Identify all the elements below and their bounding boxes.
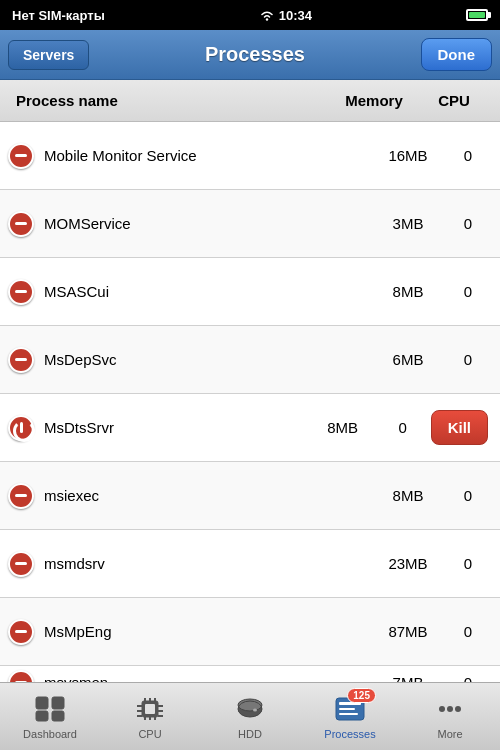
process-memory: 7MB	[368, 674, 448, 682]
battery-indicator	[466, 9, 488, 21]
process-memory: 3MB	[368, 215, 448, 232]
table-row: MsDepSvc6MB0	[0, 326, 500, 394]
tab-processes[interactable]: 125Processes	[300, 683, 400, 750]
time-label: 10:34	[279, 8, 312, 23]
svg-rect-3	[36, 711, 48, 721]
tab-label-hdd: HDD	[238, 728, 262, 740]
process-cpu: 0	[448, 283, 488, 300]
svg-point-29	[447, 706, 453, 712]
more-tab-icon	[432, 694, 468, 724]
svg-point-30	[455, 706, 461, 712]
tab-bar: Dashboard CPU HDD 125Processes More	[0, 682, 500, 750]
signal-area: 10:34	[259, 8, 312, 23]
tab-label-processes: Processes	[324, 728, 375, 740]
table-row: MsMpEng87MB0	[0, 598, 500, 666]
process-name: MSASCui	[44, 283, 368, 300]
process-name: Mobile Monitor Service	[44, 147, 368, 164]
delete-icon[interactable]	[8, 619, 34, 645]
process-cpu: 0	[448, 623, 488, 640]
process-memory: 16MB	[368, 147, 448, 164]
tab-label-cpu: CPU	[138, 728, 161, 740]
delete-icon[interactable]	[8, 143, 34, 169]
hdd-tab-icon	[232, 694, 268, 724]
process-memory: 87MB	[368, 623, 448, 640]
svg-rect-1	[36, 697, 48, 709]
delete-icon[interactable]	[8, 483, 34, 509]
process-name: MsMpEng	[44, 623, 368, 640]
table-row: msiexec8MB0	[0, 462, 500, 530]
kill-button[interactable]: Kill	[431, 410, 488, 445]
back-button[interactable]: Servers	[8, 40, 89, 70]
col-header-memory: Memory	[324, 92, 424, 109]
done-button[interactable]: Done	[421, 38, 493, 71]
table-row: MSASCui8MB0	[0, 258, 500, 326]
process-memory: 6MB	[368, 351, 448, 368]
table-header: Process name Memory CPU	[0, 80, 500, 122]
tab-dashboard[interactable]: Dashboard	[0, 683, 100, 750]
delete-icon[interactable]	[8, 551, 34, 577]
processes-tab-icon: 125	[332, 694, 368, 724]
svg-rect-27	[339, 713, 358, 715]
process-memory: 23MB	[368, 555, 448, 572]
process-memory: 8MB	[368, 487, 448, 504]
process-list: Mobile Monitor Service16MB0MOMService3MB…	[0, 122, 500, 682]
process-cpu: 0	[383, 419, 423, 436]
process-cpu: 0	[448, 351, 488, 368]
svg-rect-6	[145, 704, 155, 714]
col-header-cpu: CPU	[424, 92, 484, 109]
nav-bar: Servers Processes Done	[0, 30, 500, 80]
table-row: MOMService3MB0	[0, 190, 500, 258]
process-cpu: 0	[448, 555, 488, 572]
svg-point-0	[266, 18, 268, 20]
tab-label-more: More	[437, 728, 462, 740]
tab-label-dashboard: Dashboard	[23, 728, 77, 740]
status-bar: Нет SIM-карты 10:34	[0, 0, 500, 30]
table-row: Mobile Monitor Service16MB0	[0, 122, 500, 190]
delete-icon[interactable]	[8, 279, 34, 305]
process-name: msiexec	[44, 487, 368, 504]
dashboard-tab-icon	[32, 694, 68, 724]
table-row: msmdsrv23MB0	[0, 530, 500, 598]
process-memory: 8MB	[303, 419, 383, 436]
process-name: MsDepSvc	[44, 351, 368, 368]
table-row: MsDtsSrvr8MB0Kill	[0, 394, 500, 462]
col-header-process-name: Process name	[16, 92, 324, 109]
process-name: MOMService	[44, 215, 368, 232]
svg-point-23	[253, 708, 257, 711]
process-memory: 8MB	[368, 283, 448, 300]
delete-icon[interactable]	[8, 670, 34, 683]
svg-point-28	[439, 706, 445, 712]
svg-rect-2	[52, 697, 64, 709]
delete-icon[interactable]	[8, 347, 34, 373]
process-cpu: 0	[448, 487, 488, 504]
tab-badge-processes: 125	[347, 688, 376, 703]
carrier-label: Нет SIM-карты	[12, 8, 105, 23]
process-name: msysmen	[44, 674, 368, 682]
nav-title: Processes	[205, 43, 305, 66]
table-row: msysmen7MB0	[0, 666, 500, 682]
tab-more[interactable]: More	[400, 683, 500, 750]
tab-hdd[interactable]: HDD	[200, 683, 300, 750]
svg-rect-26	[339, 708, 355, 710]
svg-rect-4	[52, 711, 64, 721]
delete-icon[interactable]	[8, 211, 34, 237]
tab-cpu[interactable]: CPU	[100, 683, 200, 750]
battery-fill	[469, 12, 485, 18]
process-cpu: 0	[448, 674, 488, 682]
wifi-icon	[259, 9, 275, 21]
process-cpu: 0	[448, 215, 488, 232]
process-cpu: 0	[448, 147, 488, 164]
cpu-tab-icon	[132, 694, 168, 724]
power-icon[interactable]	[8, 415, 34, 441]
process-name: MsDtsSrvr	[44, 419, 303, 436]
process-name: msmdsrv	[44, 555, 368, 572]
